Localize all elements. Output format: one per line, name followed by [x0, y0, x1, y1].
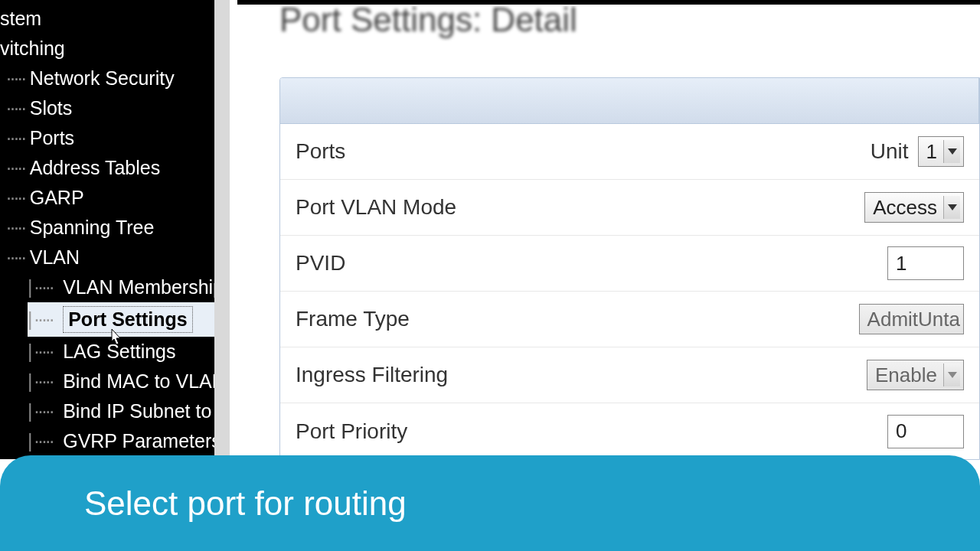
select-unit[interactable]: 1 — [918, 136, 964, 167]
label-frame-type: Frame Type — [296, 307, 410, 331]
sidebar-item-ports[interactable]: ·····Ports — [0, 123, 230, 153]
instruction-banner: Select port for routing — [0, 455, 980, 551]
page-title: Port Settings: Detail — [279, 1, 980, 39]
row-ports: Ports Unit 1 — [280, 124, 979, 180]
svg-marker-0 — [948, 148, 957, 155]
sidebar: stem vitching ·····Network Security ····… — [0, 0, 230, 459]
label-pvid: PVID — [296, 251, 345, 276]
label-ingress-filtering: Ingress Filtering — [296, 363, 448, 387]
banner-text: Select port for routing — [84, 484, 407, 523]
sidebar-item-bind-mac[interactable]: |····· Bind MAC to VLAN — [28, 367, 230, 396]
row-ingress-filtering: Ingress Filtering Enable — [280, 347, 979, 403]
scrollbar[interactable] — [214, 0, 230, 459]
sidebar-item-bind-ip[interactable]: |····· Bind IP Subnet to V — [28, 396, 230, 426]
sidebar-item-lag-settings[interactable]: |····· LAG Settings — [28, 337, 230, 367]
form-panel: Ports Unit 1 Port VLAN Mode Access PVID — [279, 77, 980, 460]
sidebar-item-vlan-membership[interactable]: |····· VLAN Membership — [28, 272, 230, 302]
row-port-vlan-mode: Port VLAN Mode Access — [280, 180, 979, 236]
label-port-priority: Port Priority — [296, 419, 407, 444]
row-pvid: PVID 1 — [280, 236, 979, 292]
panel-header — [280, 78, 979, 124]
select-ingress-filtering: Enable — [867, 360, 964, 390]
select-frame-type: AdmitUnta — [859, 304, 964, 334]
sidebar-item-vlan[interactable]: ·····VLAN — [0, 243, 230, 272]
tree-item[interactable]: stem — [0, 4, 230, 34]
sidebar-item-garp[interactable]: ·····GARP — [0, 183, 230, 213]
sidebar-item-port-settings[interactable]: |····· Port Settings — [28, 302, 214, 337]
input-pvid[interactable]: 1 — [887, 246, 964, 280]
svg-marker-1 — [948, 204, 957, 210]
sidebar-item-address-tables[interactable]: ·····Address Tables — [0, 153, 230, 183]
tree-item[interactable]: vitching — [0, 34, 230, 64]
chevron-down-icon — [943, 196, 960, 219]
row-port-priority: Port Priority 0 — [280, 403, 979, 459]
chevron-down-icon — [943, 140, 960, 163]
sidebar-item-slots[interactable]: ·····Slots — [0, 93, 230, 123]
select-port-vlan-mode[interactable]: Access — [864, 192, 964, 223]
unit-label: Unit — [871, 139, 909, 164]
input-port-priority[interactable]: 0 — [887, 415, 964, 448]
chevron-down-icon — [943, 364, 960, 386]
sidebar-item-gvrp[interactable]: |····· GVRP Parameters — [28, 426, 230, 456]
sidebar-item-spanning-tree[interactable]: ·····Spanning Tree — [0, 213, 230, 243]
svg-marker-2 — [948, 372, 957, 378]
label-ports: Ports — [296, 139, 345, 164]
row-frame-type: Frame Type AdmitUnta — [280, 292, 979, 347]
sidebar-item-security[interactable]: ·····Network Security — [0, 64, 230, 93]
main-content: Port Settings: Detail Ports Unit 1 Port … — [237, 0, 980, 459]
label-port-vlan-mode: Port VLAN Mode — [296, 195, 456, 220]
